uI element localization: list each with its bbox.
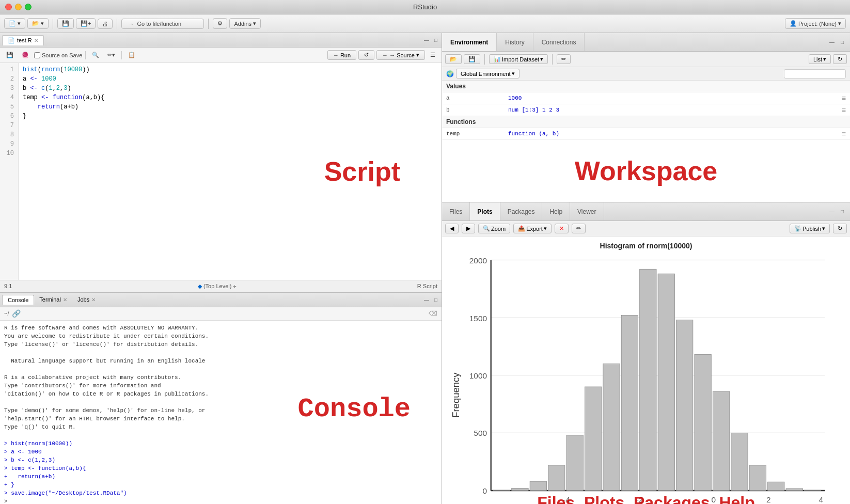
source-icon: → [382,52,388,58]
env-list-icon-a[interactable]: ≡ [842,94,846,102]
plots-forward-btn[interactable]: ▶ [462,224,475,233]
plots-back-btn[interactable]: ◀ [445,224,459,233]
console-maximize-btn[interactable]: □ [432,296,439,304]
console-minimize-btn[interactable]: — [422,296,431,304]
delete-plot-btn[interactable]: ✕ [555,224,569,233]
open-file-btn[interactable]: 📂▾ [27,18,49,29]
close-window-btn[interactable] [5,4,12,10]
list-view-btn[interactable]: List ▾ [809,54,831,64]
plots-tab[interactable]: Plots [470,202,500,220]
minimize-window-btn[interactable] [15,4,22,10]
code-tools-btn[interactable]: ✏▾ [104,51,118,59]
console-tab-label: Console [8,297,28,303]
refresh-env-btn[interactable]: ↻ [833,54,847,64]
editor-maximize-btn[interactable]: □ [432,36,439,44]
env-toolbar: 📂 💾 📊 Import Dataset ▾ ✏ List ▾ ↻ [442,52,850,67]
publish-label: Publish [802,226,821,232]
editor-area: 📄 test.R ✕ — □ 💾 🧶 Source on Save 🔍 [0,33,442,292]
jobs-close[interactable]: ✕ [91,297,96,303]
viewer-tab[interactable]: Viewer [570,202,604,220]
console-tab[interactable]: Console [2,295,34,305]
plots-content: Histogram of rnorm(10000) Frequency [442,237,850,504]
history-tab[interactable]: History [497,33,533,51]
save-workspace-btn[interactable]: 💾 [464,54,480,64]
goto-icon: → [128,21,134,27]
editor-tabs: 📄 test.R ✕ — □ [0,33,442,48]
console-cmd-4: > temp <- function(a,b){ [4,464,437,472]
editor-tab-icon: 📄 [8,37,15,44]
console-toolbar: ~/ 🔗 ⌫ [0,307,442,321]
maximize-window-btn[interactable] [25,4,32,10]
code-line-8: } [23,112,437,121]
editor-toolbar: 💾 🧶 Source on Save 🔍 ✏▾ 📋 → Run [0,48,442,63]
terminal-tab[interactable]: Terminal ✕ [34,295,72,304]
files-tab[interactable]: Files [442,202,470,220]
svg-rect-15 [548,465,565,491]
print-btn[interactable]: 🖨 [98,19,113,29]
editor-knit-btn[interactable]: 🧶 [19,51,32,59]
editor-statusbar: 9:1 ◆ (Top Level) ÷ R Script [0,280,442,292]
code-editor[interactable]: hist(rnorm(10000)) a <- 1000 b <- c(1,2,… [19,63,442,280]
editor-tab-test-r[interactable]: 📄 test.R ✕ [2,35,44,45]
console-cmd-1: > hist(rnorm(10000)) [4,439,437,448]
export-btn[interactable]: 📤 Export ▾ [513,224,552,233]
editor-sep-2 [121,51,122,59]
global-env-btn[interactable]: Global Environment ▾ [456,69,520,78]
files-minimize-btn[interactable]: — [827,208,837,215]
console-msg-10 [4,398,437,406]
run-icon: → [333,52,339,58]
left-panel: 📄 test.R ✕ — □ 💾 🧶 Source on Save 🔍 [0,33,442,504]
packages-tab[interactable]: Packages [500,202,543,220]
env-search-input[interactable] [784,69,846,78]
files-bottom-panel: Files Plots Packages Help Viewer — □ ◀ ▶… [442,202,850,504]
console-content[interactable]: R is free software and comes with ABSOLU… [0,321,442,504]
env-row-temp: temp function (a, b) ≡ [442,128,850,140]
terminal-close[interactable]: ✕ [63,297,67,303]
publish-btn[interactable]: 📡 Publish ▾ [790,224,830,233]
refresh-plots-btn[interactable]: ↻ [833,224,847,233]
title-bar: RStudio [0,0,850,14]
histogram-svg: Frequency 0 500 1000 1500 [447,252,845,504]
env-var-name-b: b [446,107,508,113]
environment-tab[interactable]: Environment [442,33,497,51]
env-list-icon-b[interactable]: ≡ [842,106,846,114]
rerun-btn[interactable]: ↺ [358,50,374,60]
run-btn[interactable]: → Run [327,50,356,60]
new-file-btn[interactable]: 📄▾ [4,18,25,29]
project-btn[interactable]: 👤 Project: (None) ▾ [785,18,846,29]
connections-tab[interactable]: Connections [533,33,585,51]
svg-text:1000: 1000 [469,371,487,380]
load-workspace-btn[interactable]: 📂 [445,54,462,64]
env-maximize-btn[interactable]: □ [839,38,846,46]
export-icon: 📤 [518,225,525,232]
compile-btn[interactable]: 📋 [125,51,138,59]
find-btn[interactable]: 🔍 [89,51,102,59]
clear-workspace-btn[interactable]: ✏ [557,54,571,64]
source-dropdown-btn[interactable]: → → Source ▾ [376,50,425,60]
zoom-icon: 🔍 [483,225,490,232]
editor-save-btn[interactable]: 💾 [3,51,17,59]
save-btn[interactable]: 💾 [57,18,74,29]
source-on-save-checkbox[interactable] [34,52,40,58]
env-list-icon-temp[interactable]: ≡ [842,130,846,138]
files-maximize-btn[interactable]: □ [839,208,846,215]
import-dataset-btn[interactable]: 📊 Import Dataset ▾ [489,54,548,64]
console-clear-btn[interactable]: ⌫ [429,310,437,317]
save-all-btn[interactable]: 💾+ [76,18,96,29]
source-label: → Source [389,52,415,58]
editor-minimize-btn[interactable]: — [422,36,431,44]
env-minimize-btn[interactable]: — [827,38,837,46]
console-prompt: > [4,497,437,504]
global-env-label: Global Environment [461,71,511,77]
clear-plots-btn[interactable]: ✏ [572,224,586,233]
editor-tab-close[interactable]: ✕ [34,38,38,43]
env-global-bar: 🌍 Global Environment ▾ [442,67,850,81]
zoom-btn[interactable]: 🔍 Zoom [478,224,510,233]
help-tab[interactable]: Help [542,202,570,220]
tools-btn[interactable]: ⚙ [213,18,227,29]
editor-content[interactable]: 1 2 3 4 5 6 7 8 9 10 hist(rnorm(10000)) … [0,63,442,280]
jobs-tab[interactable]: Jobs ✕ [72,295,101,304]
goto-file-btn[interactable]: → Go to file/function [121,19,204,29]
editor-extra-btn[interactable]: ☰ [427,50,438,60]
addins-btn[interactable]: Addins ▾ [229,18,261,29]
